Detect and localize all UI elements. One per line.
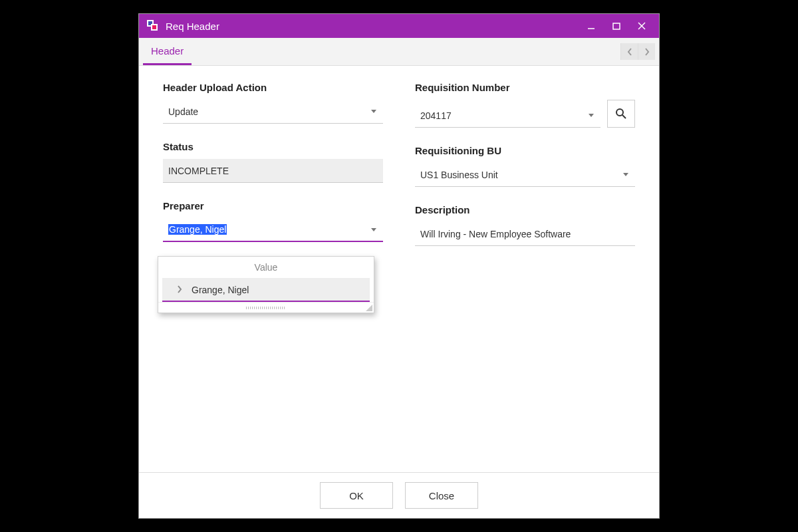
readonly-status: INCOMPLETE bbox=[163, 159, 383, 183]
svg-point-4 bbox=[616, 109, 623, 116]
select-req-number[interactable]: 204117 bbox=[415, 104, 600, 128]
dialog-window: Req Header Header Header Upload Action bbox=[138, 13, 660, 519]
chevron-down-icon bbox=[371, 110, 376, 113]
svg-rect-1 bbox=[613, 23, 620, 29]
select-upload-action[interactable]: Update bbox=[163, 100, 383, 124]
field-description: Description Will Irving - New Employee S… bbox=[415, 204, 635, 246]
chevron-down-icon bbox=[623, 173, 628, 176]
dropdown-option-label: Grange, Nigel bbox=[192, 285, 249, 295]
value-upload-action: Update bbox=[168, 106, 367, 117]
dropdown-option[interactable]: Grange, Nigel bbox=[162, 278, 370, 302]
dialog-footer: OK Close bbox=[139, 472, 659, 518]
dropdown-header: Value bbox=[158, 257, 374, 278]
window-title: Req Header bbox=[166, 21, 579, 32]
grip-icon bbox=[246, 307, 286, 309]
lookup-button[interactable] bbox=[607, 100, 635, 128]
search-icon bbox=[615, 108, 627, 120]
svg-line-5 bbox=[622, 115, 626, 118]
tab-header[interactable]: Header bbox=[143, 38, 192, 65]
value-preparer: Grange, Nigel bbox=[168, 224, 227, 235]
resize-corner-icon bbox=[366, 305, 372, 311]
value-status: INCOMPLETE bbox=[168, 166, 380, 176]
minimize-button[interactable] bbox=[579, 17, 603, 35]
app-icon bbox=[147, 20, 159, 32]
label-status: Status bbox=[163, 141, 383, 152]
preparer-dropdown-popup: Value Grange, Nigel bbox=[158, 256, 374, 313]
field-upload-action: Header Upload Action Update bbox=[163, 82, 383, 124]
label-req-number: Requisition Number bbox=[415, 82, 635, 93]
close-button[interactable] bbox=[630, 17, 654, 35]
close-dialog-button[interactable]: Close bbox=[405, 482, 478, 509]
titlebar: Req Header bbox=[139, 14, 659, 38]
label-description: Description bbox=[415, 204, 635, 215]
form-content: Header Upload Action Update Status INCOM… bbox=[139, 66, 659, 472]
value-req-number: 204117 bbox=[420, 110, 585, 121]
field-preparer: Preparer Grange, Nigel bbox=[163, 200, 383, 242]
value-req-bu: US1 Business Unit bbox=[420, 170, 619, 180]
ok-button[interactable]: OK bbox=[320, 482, 393, 509]
chevron-down-icon bbox=[371, 228, 376, 231]
tab-bar: Header bbox=[139, 38, 659, 66]
input-description[interactable]: Will Irving - New Employee Software bbox=[415, 222, 635, 246]
field-status: Status INCOMPLETE bbox=[163, 141, 383, 183]
label-preparer: Preparer bbox=[163, 200, 383, 211]
maximize-button[interactable] bbox=[604, 17, 628, 35]
chevron-right-icon bbox=[177, 285, 182, 295]
right-column: Requisition Number 204117 Requisitioning… bbox=[415, 82, 635, 466]
dropdown-resize-handle[interactable] bbox=[158, 302, 374, 313]
field-req-bu: Requisitioning BU US1 Business Unit bbox=[415, 145, 635, 187]
tab-scroll-right[interactable] bbox=[638, 43, 655, 60]
label-req-bu: Requisitioning BU bbox=[415, 145, 635, 156]
chevron-down-icon bbox=[589, 114, 594, 117]
select-preparer[interactable]: Grange, Nigel bbox=[163, 218, 383, 242]
tab-scroll-left[interactable] bbox=[620, 43, 638, 60]
label-upload-action: Header Upload Action bbox=[163, 82, 383, 93]
field-req-number: Requisition Number 204117 bbox=[415, 82, 635, 128]
value-description: Will Irving - New Employee Software bbox=[420, 229, 632, 239]
select-req-bu[interactable]: US1 Business Unit bbox=[415, 163, 635, 187]
